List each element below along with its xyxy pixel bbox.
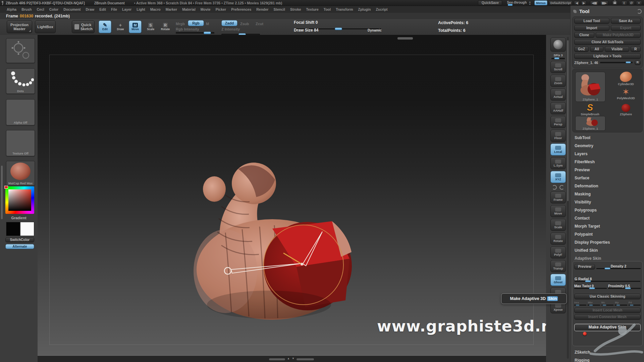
menus-toggle-button[interactable]: Menus [534,0,547,5]
menu-item[interactable]: Light [137,7,145,11]
subpalette-item[interactable]: Contact [571,214,644,222]
menu-item[interactable]: File [111,7,117,11]
menu-item[interactable]: Texture [306,7,319,11]
insert-connector-mesh-button[interactable]: Insert Connector Mesh [574,314,641,320]
subpalette-item[interactable]: Unified Skin [571,246,644,254]
subpalette-item[interactable]: Polypaint [571,230,644,238]
rotate-mode-button[interactable]: R Rotate [159,20,172,33]
gradient-label[interactable]: Gradient [0,216,38,220]
close-button[interactable]: × [636,1,642,5]
tool-thumb-recent[interactable]: ZSphere_1 [575,116,605,131]
menu-item[interactable]: Alpha [7,7,16,11]
import-button[interactable]: Import [574,25,609,31]
menu-item[interactable]: Zplugin [358,7,371,11]
nav-back-button[interactable]: ◀ [574,1,580,5]
subpalette-item-rigging[interactable]: Rigging [571,356,590,362]
clone-button[interactable]: Clone [574,32,594,38]
spix-slider[interactable] [551,58,565,59]
menu-item[interactable]: Stencil [273,7,285,11]
menu-item[interactable]: Transform [336,7,353,11]
subpalette-item[interactable]: Polygroups [571,206,644,214]
density-slider[interactable]: Density 2 [596,264,641,269]
stroke-preview[interactable]: Dots [6,68,35,94]
menu-item[interactable]: Draw [86,7,94,11]
subpalette-item[interactable]: Layers [571,150,644,158]
subpalette-item[interactable]: Surface [571,174,644,182]
classic-skinning-mini-slider[interactable]: Mbr [588,301,600,306]
right-shelf-button[interactable]: Frame [550,191,566,203]
menu-item[interactable]: Document [63,7,80,11]
see-through-slider[interactable]: See-through [507,1,527,5]
right-shelf-button[interactable]: L.Sym [550,157,566,169]
quick-sketch-button[interactable]: Quick Sketch [72,20,95,33]
subpalette-item[interactable]: Deformation [571,182,644,190]
menu-item[interactable]: Material [182,7,196,11]
tool-panel-scrollbar[interactable] [567,37,569,359]
classic-skinning-mini-slider[interactable]: Mc [601,301,613,306]
goz-r-button[interactable]: R [631,46,641,52]
dynamic-label[interactable]: Dynamic [368,28,382,32]
right-shelf-button[interactable]: Transp [550,260,566,272]
tool-thumb-polymesh3d[interactable]: ✶ PolyMesh3D [612,87,640,100]
make-polymesh3d-button[interactable]: Make PolyMesh3D [596,32,641,38]
main-color-swatch[interactable] [6,222,20,236]
projection-master-button[interactable]: Projection Master [7,20,32,33]
subpalette-item[interactable]: Preview [571,166,644,174]
menu-item[interactable]: Tool [324,7,331,11]
zcut-button[interactable]: Zcut [256,22,263,26]
right-shelf-button[interactable]: XYZ [550,171,566,183]
right-shelf-button[interactable]: Ghost [550,274,566,286]
edit-mode-button[interactable]: ✎ Edit [99,20,111,33]
classic-skinning-mini-slider[interactable]: Pd [629,301,641,306]
right-shelf-button[interactable]: Scale [550,219,566,231]
tool-thumb-zsphere[interactable]: ZSphere [612,103,640,116]
right-shelf-button[interactable]: Scroll [550,61,566,73]
subpalette-item[interactable]: SubTool [571,134,644,142]
spin-right-icon[interactable] [559,185,564,190]
scale-mode-button[interactable]: S Scale [144,20,157,33]
menu-item[interactable]: Preferences [231,7,251,11]
menu-item[interactable]: Picker [216,7,226,11]
reset-palette-icon[interactable] [637,9,642,14]
max-twist-slider[interactable]: Max Twist 0 [574,284,607,289]
m-button[interactable]: M [206,22,209,26]
right-shelf-button[interactable]: AAHalf [550,102,566,114]
zsub-button[interactable]: Zsub [240,22,249,26]
right-shelf-button[interactable]: Zoom [550,75,566,87]
menu-item[interactable]: Brush [21,7,32,11]
document-canvas[interactable]: www.graphiste3d.net [38,35,547,356]
lightbox-tools-button[interactable]: Lightbox > Tools [574,53,641,59]
bottom-scroll-left[interactable] [269,358,285,360]
right-shelf-button[interactable]: Actual [550,88,566,101]
menu-item[interactable]: Render [256,7,268,11]
visible-button[interactable]: Visible [605,46,629,52]
menu-item[interactable]: Stroke [290,7,301,11]
right-shelf-button[interactable]: Move [550,205,566,217]
menu-item[interactable]: Zscript [376,7,387,11]
preview-button[interactable]: Preview [574,264,595,269]
sigma-button[interactable]: Σ [621,1,627,5]
active-tool-thumbnail[interactable]: ZSphere_1 [575,72,605,102]
scroll-down-icon[interactable]: ▼ [292,357,294,360]
menu-item[interactable]: Color [49,7,58,11]
right-shelf-button[interactable]: Persp [550,116,566,128]
export-button[interactable]: Export [611,25,641,31]
classic-skinning-mini-slider[interactable]: Mp [615,301,627,306]
menu-item[interactable]: Edit [99,7,106,11]
left-shelf-scrollbar[interactable] [1,166,3,219]
proximity-slider[interactable]: Proximity 0.5 [608,284,641,289]
alternate-button[interactable]: Alternate [5,244,34,249]
right-shelf-button[interactable]: Floor [550,130,566,142]
color-picker[interactable] [5,186,34,214]
menu-item[interactable]: Marker [166,7,177,11]
bottom-scroll-right[interactable] [297,358,314,360]
right-shelf-button[interactable]: PolyF [550,246,566,258]
subpalette-item[interactable]: Geometry [571,142,644,150]
brush-preview[interactable] [6,38,35,63]
zsphere-model[interactable] [38,35,547,356]
subpalette-item-zsketch[interactable]: ZSketch [571,348,590,356]
copy-prev-doc-button[interactable]: ◀▦ [590,1,598,5]
menu-item[interactable]: Layer [122,7,131,11]
secondary-color-swatch[interactable] [20,222,34,236]
menu-item[interactable]: Macro [150,7,161,11]
